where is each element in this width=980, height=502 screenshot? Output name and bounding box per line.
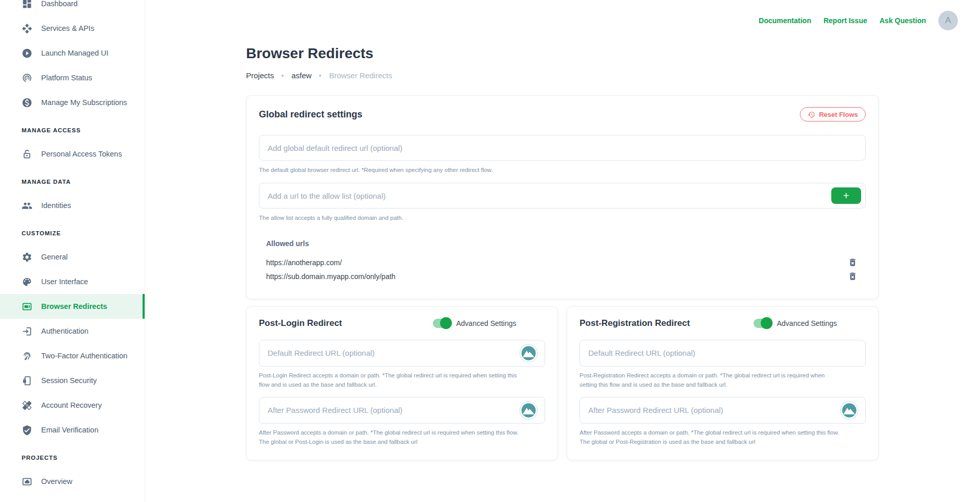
play-circle-icon	[22, 48, 32, 59]
allow-list-help: The allow list accepts a fully qualified…	[259, 213, 866, 222]
sidebar-item-manage-my-subscriptions[interactable]: Manage My Subscriptions	[0, 90, 145, 115]
sidebar-item-label: Identities	[41, 201, 71, 210]
sidebar-item-email-verification[interactable]: Email Verification	[0, 418, 145, 442]
add-url-button[interactable]: +	[831, 187, 861, 204]
sidebar-item-label: General	[41, 253, 68, 261]
sidebar-item-personal-access-tokens[interactable]: Personal Access Tokens	[0, 142, 145, 166]
allowed-url-text: https://anotherapp.com/	[266, 258, 342, 267]
sidebar-item-label: Browser Redirects	[41, 302, 107, 310]
post-login-after-password-input[interactable]	[259, 397, 545, 424]
sidebar-item-general[interactable]: General	[0, 245, 145, 269]
post-registration-advanced-toggle[interactable]	[754, 319, 772, 328]
post-registration-default-help: Post-Registration Redirect accepts a dom…	[580, 371, 839, 390]
breadcrumb-separator-dot	[319, 75, 321, 77]
sidebar-item-launch-managed-ui[interactable]: Launch Managed UI	[0, 41, 145, 65]
page-title: Browser Redirects	[246, 45, 879, 62]
sidebar-item-label: Session Security	[41, 376, 97, 385]
lock-open-icon	[22, 149, 32, 160]
sidebar-item-overview[interactable]: Overview	[0, 469, 145, 494]
sidebar-item-label: Launch Managed UI	[41, 49, 109, 57]
content: Browser Redirects ProjectsasfewBrowser R…	[145, 34, 879, 460]
sidebar-item-label: Personal Access Tokens	[41, 150, 122, 158]
gear-icon	[22, 252, 32, 263]
post-login-redirect-card: Post-Login Redirect Advanced Settings Po…	[246, 306, 558, 461]
toggle-knob	[761, 317, 773, 329]
toggle-knob	[440, 317, 452, 329]
post-registration-after-help: After Password accepts a domain or path.…	[580, 428, 839, 447]
topbar-link-ask-question[interactable]: Ask Question	[880, 16, 926, 25]
overview-icon	[22, 476, 32, 487]
post-login-default-help: Post-Login Redirect accepts a domain or …	[259, 371, 519, 390]
sidebar-section-header: MANAGE ACCESS	[0, 119, 145, 142]
sidebar-item-services-apis[interactable]: Services & APIs	[0, 16, 145, 41]
sidebar-item-label: Dashboard	[41, 0, 78, 8]
browser-icon	[22, 301, 32, 312]
post-login-after-help: After Password accepts a domain or path.…	[259, 428, 519, 447]
breadcrumb-item[interactable]: Projects	[246, 71, 274, 80]
topbar-link-documentation[interactable]: Documentation	[759, 16, 811, 25]
healing-icon	[22, 400, 32, 411]
topbar-link-report-issue[interactable]: Report Issue	[824, 16, 867, 25]
sidebar-item-label: Two-Factor Authentication	[41, 352, 128, 360]
flow-cards-row: Post-Login Redirect Advanced Settings Po…	[246, 306, 879, 461]
password-manager-icon[interactable]	[840, 401, 859, 420]
global-default-redirect-input[interactable]	[259, 135, 866, 161]
allowed-url-row: https://sub.domain.myapp.com/only/path	[266, 270, 866, 283]
post-registration-default-url-input[interactable]	[580, 340, 866, 367]
password-manager-icon[interactable]	[519, 401, 538, 420]
delete-url-button[interactable]	[847, 257, 857, 268]
phone-lock-icon	[22, 375, 32, 386]
main-area: DocumentationReport IssueAsk QuestionA B…	[145, 0, 980, 460]
avatar[interactable]: A	[938, 11, 958, 30]
breadcrumb-item: Browser Redirects	[329, 71, 392, 80]
status-rings-icon	[22, 73, 32, 83]
breadcrumb-item[interactable]: asfew	[291, 71, 311, 80]
sidebar-item-two-factor-authentication[interactable]: Two-Factor Authentication	[0, 343, 145, 368]
sidebar-item-label: Overview	[41, 477, 72, 486]
post-registration-advanced-label: Advanced Settings	[777, 319, 837, 327]
global-card-title: Global redirect settings	[259, 109, 362, 120]
sidebar-item-label: Services & APIs	[41, 24, 94, 32]
people-icon	[22, 200, 32, 211]
sidebar-section-header: MANAGE DATA	[0, 170, 145, 193]
sidebar-item-platform-status[interactable]: Platform Status	[0, 65, 145, 90]
topbar: DocumentationReport IssueAsk QuestionA	[145, 0, 980, 34]
trash-x-icon	[848, 261, 857, 269]
breadcrumb-separator-dot	[282, 75, 284, 77]
reset-flows-button[interactable]: Reset Flows	[800, 107, 866, 122]
sidebar-item-account-recovery[interactable]: Account Recovery	[0, 393, 145, 418]
shield-check-icon	[22, 425, 32, 436]
sidebar-item-identities[interactable]: Identities	[0, 193, 145, 218]
post-registration-after-password-input[interactable]	[580, 397, 866, 424]
sidebar-item-user-interface[interactable]: User Interface	[0, 269, 145, 294]
fingerprint-icon	[22, 351, 32, 361]
sidebar-item-browser-redirects[interactable]: Browser Redirects	[0, 294, 145, 319]
reset-flows-label: Reset Flows	[819, 111, 858, 118]
allowed-urls-list: https://anotherapp.com/https://sub.domai…	[259, 256, 866, 283]
post-login-default-url-input[interactable]	[259, 340, 545, 367]
post-registration-title: Post-Registration Redirect	[580, 318, 690, 328]
sidebar-item-label: User Interface	[41, 278, 88, 286]
sidebar-item-authentication[interactable]: Authentication	[0, 319, 145, 343]
global-default-help: The default global browser redirect url.…	[259, 165, 866, 175]
allowed-url-row: https://anotherapp.com/	[266, 256, 866, 269]
password-manager-icon[interactable]	[519, 344, 538, 362]
sidebar-item-dashboard[interactable]: Dashboard	[0, 0, 145, 16]
sidebar-item-label: Platform Status	[41, 74, 92, 82]
sidebar-item-label: Account Recovery	[41, 401, 102, 409]
post-login-title: Post-Login Redirect	[259, 318, 342, 328]
delete-url-button[interactable]	[847, 271, 857, 282]
sidebar-nav-list: DashboardServices & APIsLaunch Managed U…	[0, 0, 145, 494]
post-registration-redirect-card: Post-Registration Redirect Advanced Sett…	[567, 306, 879, 461]
trash-x-icon	[848, 275, 857, 283]
sidebar-item-session-security[interactable]: Session Security	[0, 368, 145, 393]
services-icon	[22, 23, 32, 34]
history-icon	[808, 111, 815, 118]
sidebar-section-header: PROJECTS	[0, 446, 145, 469]
sidebar-item-label: Authentication	[41, 327, 89, 335]
breadcrumb: ProjectsasfewBrowser Redirects	[246, 71, 879, 80]
allow-list-url-input[interactable]	[259, 183, 866, 209]
login-icon	[22, 326, 32, 337]
post-login-advanced-toggle[interactable]	[433, 319, 451, 328]
sidebar: DashboardServices & APIsLaunch Managed U…	[0, 0, 145, 502]
